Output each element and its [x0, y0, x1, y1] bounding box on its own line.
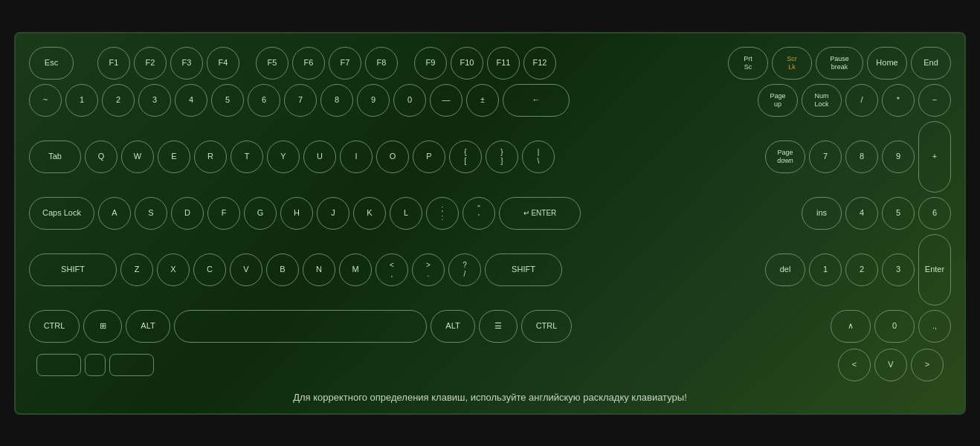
key-prtsc[interactable]: PrtSc: [728, 47, 768, 80]
key-arrow-right[interactable]: >: [911, 349, 944, 381]
key-num9[interactable]: 9: [882, 140, 915, 173]
key-f1[interactable]: F1: [97, 47, 130, 80]
key-del[interactable]: del: [765, 253, 805, 286]
key-capslock[interactable]: Caps Lock: [29, 197, 94, 230]
key-scrlk[interactable]: ScrLk: [772, 47, 812, 80]
key-ctrl-left[interactable]: CTRL: [29, 310, 80, 343]
key-comma[interactable]: <,: [375, 253, 408, 286]
key-f3[interactable]: F3: [170, 47, 203, 80]
key-alt-right[interactable]: ALT: [431, 310, 475, 343]
key-home[interactable]: Home: [867, 47, 907, 80]
key-period[interactable]: >.: [412, 253, 445, 286]
key-z[interactable]: Z: [120, 253, 153, 286]
key-f7[interactable]: F7: [329, 47, 361, 80]
key-num4[interactable]: 4: [845, 197, 878, 230]
key-8[interactable]: 8: [320, 84, 353, 117]
key-space[interactable]: [174, 310, 427, 343]
key-num7[interactable]: 7: [809, 140, 842, 173]
key-arrow-down[interactable]: V: [874, 349, 907, 381]
key-f[interactable]: F: [207, 197, 240, 230]
key-numenter[interactable]: Enter: [918, 234, 951, 306]
key-pageup[interactable]: Pageup: [758, 84, 798, 117]
key-c[interactable]: C: [193, 253, 226, 286]
key-w[interactable]: W: [121, 140, 154, 173]
key-numminus[interactable]: −: [918, 84, 951, 117]
key-ctrl-right[interactable]: CTRL: [521, 310, 572, 343]
key-f9[interactable]: F9: [414, 47, 447, 80]
key-numplus[interactable]: +: [918, 121, 951, 193]
key-num6[interactable]: 6: [918, 197, 951, 230]
key-semicolon[interactable]: ;:: [426, 197, 459, 230]
key-ins[interactable]: ins: [802, 197, 842, 230]
key-p[interactable]: P: [413, 140, 445, 173]
key-f8[interactable]: F8: [365, 47, 398, 80]
key-lbracket[interactable]: {[: [449, 140, 482, 173]
key-a[interactable]: A: [98, 197, 131, 230]
key-bottom-left1[interactable]: [36, 354, 81, 376]
key-i[interactable]: I: [340, 140, 373, 173]
key-u[interactable]: U: [303, 140, 336, 173]
key-n[interactable]: N: [303, 253, 335, 286]
key-plus[interactable]: ±: [466, 84, 499, 117]
key-h[interactable]: H: [280, 197, 313, 230]
key-f10[interactable]: F10: [451, 47, 483, 80]
key-quote[interactable]: "': [462, 197, 495, 230]
key-r[interactable]: R: [194, 140, 227, 173]
key-5[interactable]: 5: [211, 84, 244, 117]
key-bottom-mid[interactable]: [85, 354, 106, 376]
key-pause[interactable]: Pausebreak: [816, 47, 863, 80]
key-k[interactable]: K: [353, 197, 386, 230]
key-bottom-right1[interactable]: [109, 354, 154, 376]
key-4[interactable]: 4: [175, 84, 207, 117]
key-nummul[interactable]: *: [882, 84, 915, 117]
key-q[interactable]: Q: [85, 140, 117, 173]
key-j[interactable]: J: [317, 197, 349, 230]
key-win[interactable]: ⊞: [83, 310, 122, 343]
key-tilde[interactable]: ~: [29, 84, 62, 117]
key-num0[interactable]: 0: [874, 310, 915, 343]
key-num1[interactable]: 1: [809, 253, 842, 286]
key-f11[interactable]: F11: [487, 47, 520, 80]
key-s[interactable]: S: [135, 197, 167, 230]
key-o[interactable]: O: [376, 140, 409, 173]
key-9[interactable]: 9: [357, 84, 390, 117]
key-shift-right[interactable]: SHIFT: [485, 253, 562, 286]
key-6[interactable]: 6: [248, 84, 280, 117]
key-numlock[interactable]: NumLock: [802, 84, 842, 117]
key-num2[interactable]: 2: [845, 253, 878, 286]
key-f5[interactable]: F5: [256, 47, 288, 80]
key-num8[interactable]: 8: [845, 140, 878, 173]
key-7[interactable]: 7: [284, 84, 317, 117]
key-esc[interactable]: Esc: [29, 47, 74, 80]
key-end[interactable]: End: [911, 47, 951, 80]
key-numdiv[interactable]: /: [845, 84, 878, 117]
key-f4[interactable]: F4: [207, 47, 239, 80]
key-v[interactable]: V: [230, 253, 262, 286]
key-f6[interactable]: F6: [292, 47, 325, 80]
key-e[interactable]: E: [158, 140, 190, 173]
key-menu[interactable]: ☰: [479, 310, 518, 343]
key-b[interactable]: B: [266, 253, 299, 286]
key-x[interactable]: X: [157, 253, 190, 286]
key-2[interactable]: 2: [102, 84, 135, 117]
key-m[interactable]: M: [339, 253, 372, 286]
key-enter[interactable]: ↵ ENTER: [499, 197, 581, 230]
key-alt-left[interactable]: ALT: [126, 310, 170, 343]
key-f2[interactable]: F2: [134, 47, 167, 80]
key-0[interactable]: 0: [393, 84, 426, 117]
key-arrow-left[interactable]: <: [838, 349, 871, 381]
key-slash[interactable]: ?/: [448, 253, 481, 286]
key-shift-left[interactable]: SHIFT: [29, 253, 117, 286]
key-3[interactable]: 3: [138, 84, 171, 117]
key-backspace[interactable]: ←: [503, 84, 570, 117]
key-d[interactable]: D: [171, 197, 204, 230]
key-l[interactable]: L: [390, 197, 422, 230]
key-minus[interactable]: —: [430, 84, 462, 117]
key-rbracket[interactable]: }]: [486, 140, 518, 173]
key-f12[interactable]: F12: [523, 47, 556, 80]
key-caret[interactable]: ∧: [831, 310, 871, 343]
key-pagedown[interactable]: Pagedown: [765, 140, 805, 173]
key-tab[interactable]: Tab: [29, 140, 81, 173]
key-g[interactable]: G: [244, 197, 277, 230]
key-1[interactable]: 1: [65, 84, 98, 117]
